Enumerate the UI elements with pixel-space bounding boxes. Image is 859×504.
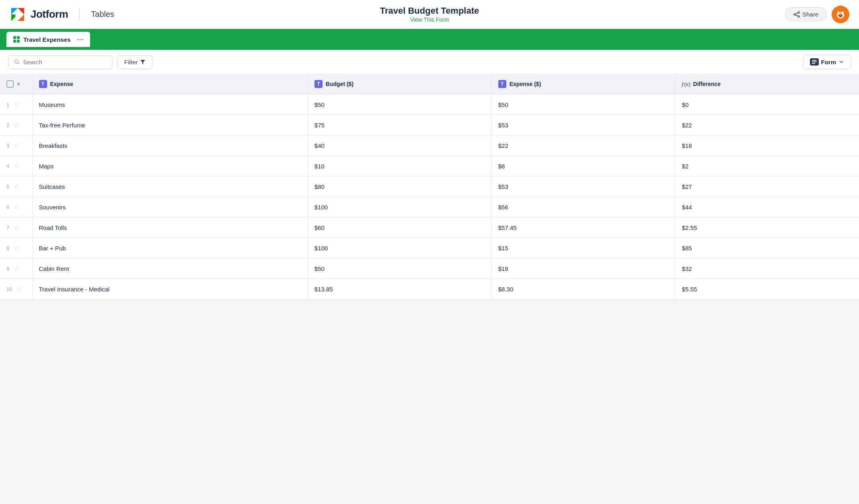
- filter-button[interactable]: Filter: [117, 55, 152, 69]
- row-star-icon[interactable]: ☆: [13, 244, 20, 252]
- svg-point-16: [841, 14, 843, 16]
- table-row: 2 ☆ Tax-free Perfume $75 $53 $22: [0, 115, 859, 135]
- row-difference-value: $5.55: [675, 279, 859, 299]
- th-expense[interactable]: T Expense: [32, 74, 308, 94]
- table-row: 4 ☆ Maps $10 $8 $2: [0, 156, 859, 176]
- row-expense-name[interactable]: Travel Insurance - Medical: [32, 279, 308, 299]
- row-number: 8: [6, 245, 9, 251]
- search-wrapper[interactable]: [8, 55, 113, 69]
- row-budget-value[interactable]: $60: [308, 217, 491, 238]
- tab-menu-icon[interactable]: ⋯: [76, 35, 84, 44]
- grid-icon: [13, 36, 20, 43]
- toolbar: Filter Form: [0, 50, 859, 74]
- travel-expenses-tab[interactable]: Travel Expenses ⋯: [6, 32, 90, 47]
- row-expense-value[interactable]: $22: [491, 135, 675, 156]
- row-expense-value[interactable]: $50: [491, 94, 675, 115]
- grid-svg: [13, 36, 20, 43]
- svg-line-23: [18, 63, 19, 64]
- row-expense-name[interactable]: Cabin Rent: [32, 258, 308, 279]
- chevron-down-icon: [838, 59, 844, 65]
- user-avatar[interactable]: [832, 6, 849, 23]
- row-budget-value[interactable]: $40: [308, 135, 491, 156]
- row-budget-value[interactable]: $100: [308, 238, 491, 258]
- row-expense-value[interactable]: $8: [491, 156, 675, 176]
- svg-point-17: [840, 16, 841, 16]
- share-button[interactable]: Share: [785, 7, 827, 21]
- row-star-icon[interactable]: ☆: [16, 285, 23, 293]
- row-expense-name[interactable]: Bar + Pub: [32, 238, 308, 258]
- th-budget[interactable]: T Budget ($): [308, 74, 491, 94]
- row-expense-value[interactable]: $53: [491, 115, 675, 135]
- expense-val-col-type-icon: T: [498, 80, 506, 88]
- row-chevron-icon[interactable]: ▾: [17, 81, 20, 87]
- row-budget-value[interactable]: $50: [308, 258, 491, 279]
- row-expense-name[interactable]: Tax-free Perfume: [32, 115, 308, 135]
- row-star-icon[interactable]: ☆: [13, 182, 20, 191]
- svg-line-10: [795, 15, 798, 16]
- row-meta-cell: 5 ☆: [0, 176, 32, 197]
- table-row: 7 ☆ Road Tolls $60 $57.45 $2.55: [0, 217, 859, 238]
- row-meta-cell: 10 ☆: [0, 279, 32, 299]
- row-number: 10: [6, 286, 12, 292]
- row-star-icon[interactable]: ☆: [13, 223, 20, 232]
- svg-point-8: [794, 14, 795, 15]
- row-star-icon[interactable]: ☆: [13, 203, 20, 211]
- svg-rect-18: [13, 36, 16, 39]
- svg-rect-21: [17, 40, 20, 43]
- row-budget-value[interactable]: $13.85: [308, 279, 491, 299]
- row-difference-value: $0: [675, 94, 859, 115]
- th-difference[interactable]: ƒ(x) Difference: [675, 74, 859, 94]
- row-star-icon[interactable]: ☆: [13, 121, 20, 129]
- form-list-icon: [812, 59, 817, 65]
- row-expense-value[interactable]: $15: [491, 238, 675, 258]
- table-row: 9 ☆ Cabin Rent $50 $18 $32: [0, 258, 859, 279]
- row-expense-name[interactable]: Maps: [32, 156, 308, 176]
- budget-col-type-icon: T: [314, 80, 323, 88]
- avatar-icon: [834, 8, 847, 21]
- filter-label: Filter: [124, 59, 138, 66]
- row-star-icon[interactable]: ☆: [13, 162, 20, 170]
- row-budget-value[interactable]: $80: [308, 176, 491, 197]
- row-star-icon[interactable]: ☆: [13, 100, 20, 109]
- row-expense-name[interactable]: Museums: [32, 94, 308, 115]
- row-expense-name[interactable]: Breakfasts: [32, 135, 308, 156]
- table-header-row: ▾ T Expense T Budget ($): [0, 74, 859, 94]
- app-header: Jotform Tables Travel Budget Template Vi…: [0, 0, 859, 29]
- row-expense-name[interactable]: Suitcases: [32, 176, 308, 197]
- svg-marker-24: [140, 60, 145, 64]
- row-star-icon[interactable]: ☆: [13, 264, 20, 273]
- row-meta-cell: 1 ☆: [0, 94, 32, 115]
- form-button[interactable]: Form: [803, 55, 851, 69]
- svg-rect-27: [812, 63, 815, 64]
- row-budget-value[interactable]: $75: [308, 115, 491, 135]
- row-expense-name[interactable]: Souvenirs: [32, 197, 308, 217]
- row-expense-value[interactable]: $57.45: [491, 217, 675, 238]
- row-expense-value[interactable]: $18: [491, 258, 675, 279]
- row-number: 4: [6, 163, 9, 169]
- tab-label: Travel Expenses: [23, 36, 71, 43]
- search-input[interactable]: [23, 59, 107, 66]
- th-expense-val[interactable]: T Expense ($): [491, 74, 675, 94]
- row-budget-value[interactable]: $100: [308, 197, 491, 217]
- row-meta-cell: 3 ☆: [0, 135, 32, 156]
- view-form-link[interactable]: View This Form: [380, 16, 479, 23]
- th-check: ▾: [0, 74, 32, 94]
- row-difference-value: $22: [675, 115, 859, 135]
- row-expense-value[interactable]: $56: [491, 197, 675, 217]
- th-budget-label: Budget ($): [326, 81, 353, 87]
- row-expense-value[interactable]: $53: [491, 176, 675, 197]
- row-number: 5: [6, 184, 9, 190]
- th-expense-label: Expense: [50, 81, 74, 87]
- select-all-checkbox[interactable]: [6, 80, 14, 88]
- row-budget-value[interactable]: $10: [308, 156, 491, 176]
- row-expense-value[interactable]: $8.30: [491, 279, 675, 299]
- svg-rect-25: [812, 60, 817, 61]
- row-expense-name[interactable]: Road Tolls: [32, 217, 308, 238]
- header-center: Travel Budget Template View This Form: [380, 6, 479, 23]
- row-number: 3: [6, 143, 9, 149]
- table-row: 3 ☆ Breakfasts $40 $22 $18: [0, 135, 859, 156]
- svg-rect-26: [812, 61, 817, 62]
- row-meta-cell: 2 ☆: [0, 115, 32, 135]
- row-star-icon[interactable]: ☆: [13, 141, 20, 150]
- row-budget-value[interactable]: $50: [308, 94, 491, 115]
